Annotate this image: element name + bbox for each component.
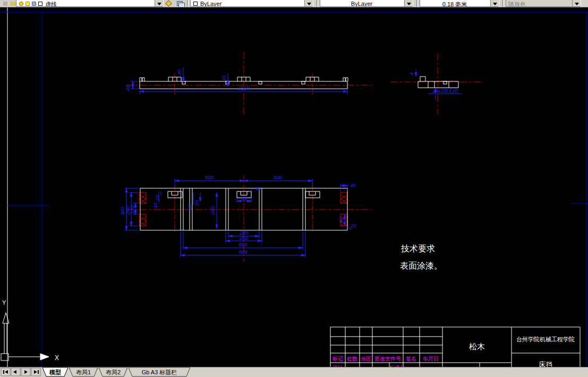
dim-260: 260 <box>239 235 249 241</box>
part-name: 床挡 <box>539 361 552 367</box>
tab-nav-next-button[interactable] <box>21 368 30 376</box>
ucs-y-arrowhead <box>3 313 9 323</box>
layers-icon <box>177 1 183 6</box>
dim-front-notch: 15 <box>221 75 227 81</box>
chevron-down-icon[interactable] <box>155 0 163 7</box>
dim-900: 900 <box>239 249 248 255</box>
note-title: 技术要求 <box>400 244 435 253</box>
sun-icon <box>25 2 30 6</box>
color-dropdown[interactable]: ByLayer <box>190 0 313 7</box>
label-date: 年月日 <box>423 356 439 362</box>
lock-icon <box>32 2 36 6</box>
dim-front-tab: 40 <box>176 69 182 75</box>
end-view-centerlines <box>390 53 481 114</box>
dim-500-right: 500 <box>274 174 283 180</box>
linetype-dropdown[interactable]: ByLayer <box>320 0 413 7</box>
dim-40-right: 40 <box>350 182 356 188</box>
chevron-down-icon[interactable] <box>304 0 313 7</box>
front-view-centerlines <box>126 52 372 114</box>
autocad-window: { "toolbar": { "layer_value": "虚线", "col… <box>0 0 588 377</box>
ucs-icon: Y X <box>1 299 59 362</box>
chevron-down-icon[interactable] <box>404 0 413 7</box>
layer-previous-button[interactable] <box>176 0 187 7</box>
tab-nav-last-button[interactable] <box>31 368 40 376</box>
tab-gb-a3-label: Gb A3 标题栏 <box>142 369 177 375</box>
toolbar-separator <box>502 0 504 7</box>
layer-manager-icon <box>165 0 172 7</box>
ucs-x-arrowhead <box>40 354 49 360</box>
label-sign: 签名 <box>406 356 416 362</box>
chevron-down-icon[interactable] <box>572 0 581 7</box>
dim-120: 120 <box>130 205 135 214</box>
dim-40-slot: 40 <box>152 203 158 208</box>
lineweight-value: 0.18 毫米 <box>420 1 489 7</box>
dim-500-left: 500 <box>205 174 214 180</box>
ucs-x-label: X <box>55 354 59 362</box>
dim-end-small: 4 <box>408 72 414 75</box>
label-zone: 分区 <box>361 356 371 362</box>
label-count: 处数 <box>347 356 357 362</box>
dim-20-right: 20 <box>350 223 356 229</box>
end-view-dimensions <box>416 70 462 100</box>
tab-nav-prev-button[interactable] <box>11 368 20 376</box>
dim-40-mid: 40 <box>255 186 261 191</box>
layer-state-icon <box>10 2 16 6</box>
dim-front-length: 1500 <box>238 85 250 91</box>
cad-drawing: 40 40 15 1500 4 16x∅5↧20 <box>0 7 588 367</box>
layer-dropdown[interactable]: 虚线 <box>16 0 164 7</box>
school-name: 台州学院机械工程学院 <box>516 336 575 342</box>
end-view-leader-text: 16x∅5↧20 <box>432 88 458 94</box>
drawing-frame <box>0 7 588 367</box>
lineweight-dropdown[interactable]: 0.18 毫米 <box>420 0 499 7</box>
layer-manager-button[interactable] <box>166 0 176 7</box>
plan-view-dimensions <box>124 179 352 257</box>
layer-properties-toolbar: 虚线 ByLayer ByLayer 0.18 毫米 随放色 <box>0 0 588 7</box>
chevron-down-icon[interactable] <box>490 0 499 7</box>
ucs-y-shaft <box>4 323 7 354</box>
layout-tab-group: 模型 布局1 布局2 Gb A3 标题栏 <box>42 367 190 376</box>
dim-250-slat: 250 <box>210 206 216 215</box>
dim-860: 860 <box>239 241 248 247</box>
tab-layout2-label: 布局2 <box>106 369 121 375</box>
color-swatch-icon <box>193 2 198 6</box>
label-change-no: 更改文件号 <box>374 356 401 362</box>
model-space-canvas[interactable]: 40 40 15 1500 4 16x∅5↧20 <box>0 7 588 367</box>
tab-nav-first-button[interactable] <box>1 368 10 376</box>
tab-model[interactable]: 模型 <box>42 367 68 376</box>
layer-color-swatch <box>38 2 42 6</box>
note-line: 表面涂漆。 <box>400 261 442 270</box>
dim-80-mid: 80 <box>242 195 248 201</box>
title-block: 标记 处数 分区 更改文件号 签名 年月日 设计 标准化 松木 台州学院机械工程… <box>330 327 580 367</box>
layout-tabs: 模型 布局1 布局2 Gb A3 标题栏 <box>0 367 588 377</box>
dim-20-slot: 20 <box>155 195 160 201</box>
front-view: 40 40 15 1500 <box>125 52 372 114</box>
toolbar-separator <box>187 0 189 7</box>
label-mark: 标记 <box>332 356 343 362</box>
dim-20-slat: 20 <box>194 200 200 206</box>
color-value: ByLayer <box>200 1 221 7</box>
toolbar-separator <box>317 0 318 7</box>
tab-model-label: 模型 <box>49 369 61 375</box>
tab-layout2[interactable]: 布局2 <box>99 367 127 376</box>
end-view: 4 16x∅5↧20 <box>390 53 481 114</box>
toolbar-separator <box>416 0 418 7</box>
dim-40-slat: 40 <box>187 204 193 210</box>
tab-layout1[interactable]: 布局1 <box>69 367 98 376</box>
tab-gb-a3[interactable]: Gb A3 标题栏 <box>129 367 190 376</box>
layer-name: 虚线 <box>45 1 57 7</box>
tab-layout1-label: 布局1 <box>76 369 91 375</box>
dim-60-right: 60 <box>338 217 344 223</box>
bulb-icon <box>19 2 23 6</box>
plotstyle-value: 随放色 <box>508 1 526 7</box>
linetype-value: ByLayer <box>320 1 403 7</box>
technical-notes: 技术要求 表面涂漆。 <box>400 244 442 270</box>
plotstyle-dropdown[interactable]: 随放色 <box>506 0 581 7</box>
plan-view: 500 500 300 250 120 20 40 40 20 250 40 8… <box>120 174 372 262</box>
ucs-y-label: Y <box>2 299 6 306</box>
material-name: 松木 <box>469 342 485 351</box>
dim-front-height: 40 <box>125 85 131 91</box>
layout-tab-bar: 模型 布局1 布局2 Gb A3 标题栏 <box>0 367 588 377</box>
